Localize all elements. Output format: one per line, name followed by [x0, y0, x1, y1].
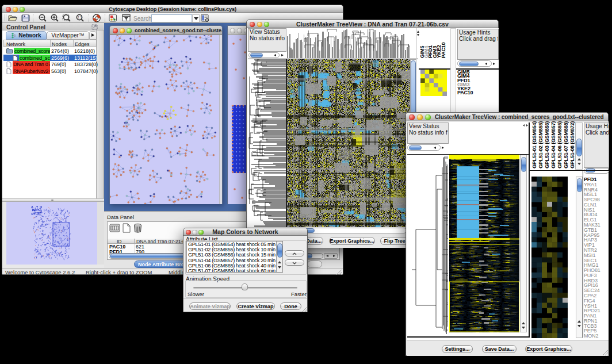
- svg-text:1:1: 1:1: [78, 16, 82, 19]
